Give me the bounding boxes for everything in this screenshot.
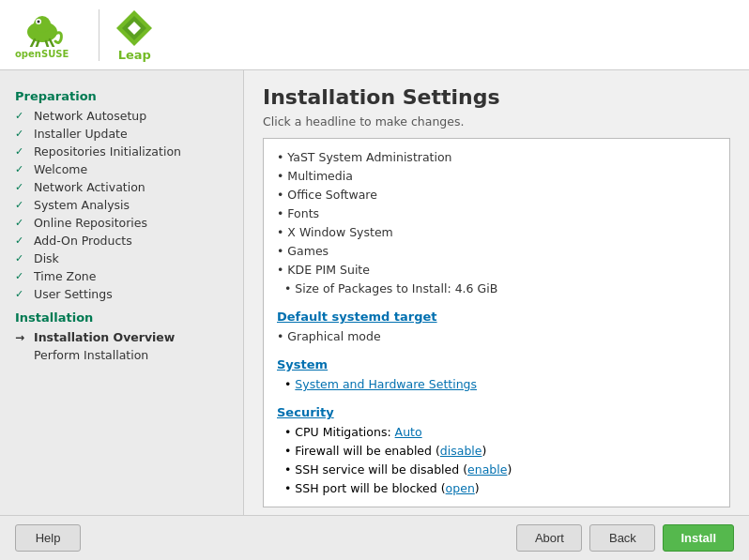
opensuse-logo: openSUSE xyxy=(15,11,69,59)
install-button[interactable]: Install xyxy=(663,524,734,552)
ssh-service-item: • SSH service will be disabled (enable) xyxy=(277,461,716,479)
content-area: Preparation ✓ Network Autosetup ✓ Instal… xyxy=(0,70,749,515)
list-item-xwindow: X Window System xyxy=(277,223,716,242)
svg-line-4 xyxy=(31,39,35,47)
check-icon: ✓ xyxy=(15,110,28,122)
sidebar-item-label: Disk xyxy=(34,251,59,265)
check-icon: ✓ xyxy=(15,288,28,300)
cpu-mitigations-item: • CPU Mitigations: Auto xyxy=(277,423,716,442)
sidebar-item-label: Perform Installation xyxy=(34,348,148,362)
default-systemd-target-heading[interactable]: Default systemd target xyxy=(277,310,716,324)
sidebar-item-disk[interactable]: ✓ Disk xyxy=(0,250,243,267)
bottom-bar: Help Abort Back Install xyxy=(0,515,749,560)
firewall-disable-link[interactable]: disable xyxy=(440,444,482,458)
list-item-kde-pim: KDE PIM Suite xyxy=(277,261,716,280)
sidebar-item-label: Installation Overview xyxy=(34,330,175,344)
svg-line-7 xyxy=(50,39,54,47)
sidebar-item-welcome[interactable]: ✓ Welcome xyxy=(0,160,243,178)
ssh-port-item: • SSH port will be blocked (open) xyxy=(277,479,716,498)
sidebar-item-time-zone[interactable]: ✓ Time Zone xyxy=(0,267,243,285)
leap-diamond-icon xyxy=(115,8,154,48)
list-item-multimedia: Multimedia xyxy=(277,167,716,186)
svg-point-1 xyxy=(34,16,51,33)
leap-label: Leap xyxy=(118,48,151,62)
sidebar-item-label: Installer Update xyxy=(34,127,128,141)
sidebar-item-perform-installation[interactable]: Perform Installation xyxy=(0,346,243,364)
sidebar-item-repositories-init[interactable]: ✓ Repositories Initialization xyxy=(0,143,243,160)
list-item-fonts: Fonts xyxy=(277,204,716,223)
check-icon: ✓ xyxy=(15,217,28,229)
sidebar-item-label: Network Autosetup xyxy=(34,109,146,123)
check-icon: ✓ xyxy=(15,163,28,175)
sidebar-item-installer-update[interactable]: ✓ Installer Update xyxy=(0,125,243,143)
system-hardware-item: • System and Hardware Settings xyxy=(277,375,716,394)
chameleon-icon xyxy=(20,11,65,47)
sidebar-item-label: Repositories Initialization xyxy=(34,144,181,159)
check-icon: ✓ xyxy=(15,128,28,140)
list-item-graphical-mode: Graphical mode xyxy=(277,327,716,346)
check-icon: ✓ xyxy=(15,252,28,265)
preparation-section-title: Preparation xyxy=(0,85,243,107)
page-subtitle: Click a headline to make changes. xyxy=(263,114,730,129)
sidebar-item-label: Add-On Products xyxy=(34,234,132,248)
sidebar-item-label: User Settings xyxy=(34,287,113,301)
main-window: openSUSE Leap Preparation ✓ Network Auto… xyxy=(0,0,749,560)
ssh-port-open-link[interactable]: open xyxy=(446,481,475,495)
sidebar-item-system-analysis[interactable]: ✓ System Analysis xyxy=(0,196,243,214)
svg-point-3 xyxy=(37,20,39,23)
list-item-games: Games xyxy=(277,242,716,261)
sidebar-item-label: System Analysis xyxy=(34,198,130,212)
opensuse-label: openSUSE xyxy=(15,49,69,59)
check-icon: ✓ xyxy=(15,181,28,193)
help-button[interactable]: Help xyxy=(15,524,81,552)
svg-line-6 xyxy=(46,41,48,47)
leap-logo: Leap xyxy=(115,8,154,62)
sidebar-item-label: Network Activation xyxy=(34,180,145,194)
ssh-enable-link[interactable]: enable xyxy=(467,462,507,477)
abort-button[interactable]: Abort xyxy=(516,524,582,552)
check-icon: ✓ xyxy=(15,235,28,247)
header-divider xyxy=(99,9,99,61)
right-buttons: Abort Back Install xyxy=(516,524,734,552)
sidebar-item-user-settings[interactable]: ✓ User Settings xyxy=(0,285,243,303)
content-scroll-area[interactable]: YaST System Administration Multimedia Of… xyxy=(263,138,730,507)
sidebar-item-label: Time Zone xyxy=(34,269,96,283)
check-icon: ✓ xyxy=(15,270,28,282)
system-heading[interactable]: System xyxy=(277,357,716,371)
check-icon: ✓ xyxy=(15,199,28,211)
page-title: Installation Settings xyxy=(263,85,730,109)
arrow-icon: → xyxy=(15,331,28,344)
back-button[interactable]: Back xyxy=(589,524,655,552)
list-item-yast: YaST System Administration xyxy=(277,148,716,167)
system-hardware-settings-link[interactable]: System and Hardware Settings xyxy=(295,377,477,391)
main-panel: Installation Settings Click a headline t… xyxy=(244,70,749,515)
installation-section-title: Installation xyxy=(0,307,243,328)
sidebar-item-add-on-products[interactable]: ✓ Add-On Products xyxy=(0,232,243,250)
firewall-item: • Firewall will be enabled (disable) xyxy=(277,442,716,461)
security-heading[interactable]: Security xyxy=(277,405,716,419)
sidebar-item-label: Online Repositories xyxy=(34,216,147,230)
sidebar-item-network-autosetup[interactable]: ✓ Network Autosetup xyxy=(0,107,243,125)
sidebar-item-network-activation[interactable]: ✓ Network Activation xyxy=(0,178,243,196)
sidebar-item-label: Welcome xyxy=(34,162,87,176)
sidebar-item-installation-overview[interactable]: → Installation Overview xyxy=(0,328,243,346)
header: openSUSE Leap xyxy=(0,0,749,70)
size-label: Size of Packages to Install: 4.6 GiB xyxy=(277,280,716,298)
svg-line-5 xyxy=(37,41,38,47)
sidebar-item-online-repositories[interactable]: ✓ Online Repositories xyxy=(0,214,243,232)
check-icon: ✓ xyxy=(15,145,28,158)
list-item-office: Office Software xyxy=(277,186,716,204)
sidebar: Preparation ✓ Network Autosetup ✓ Instal… xyxy=(0,70,244,515)
cpu-mitigations-link[interactable]: Auto xyxy=(395,425,422,439)
